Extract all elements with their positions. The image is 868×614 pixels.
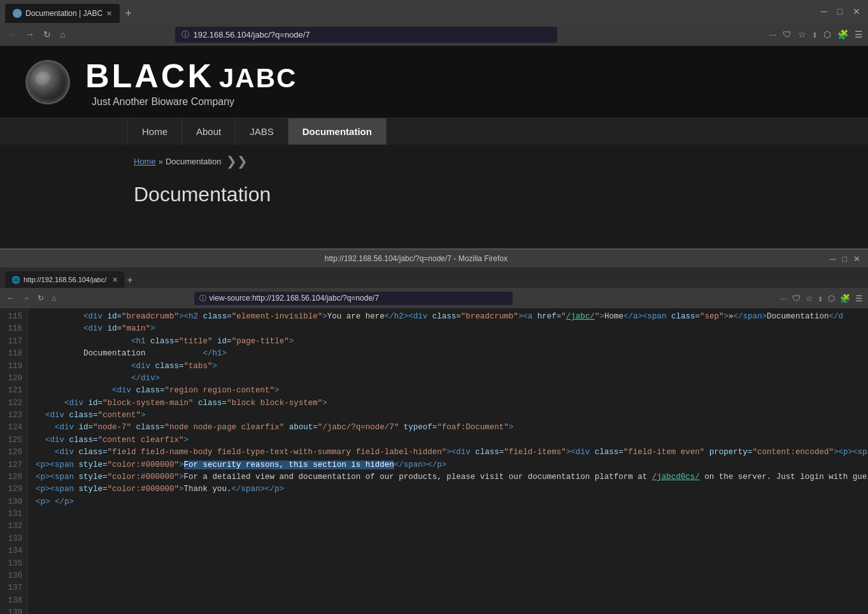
breadcrumb-separator: » xyxy=(159,157,163,166)
forward-button[interactable]: → xyxy=(23,29,37,39)
tab-favicon: 🌐 xyxy=(13,9,22,18)
site-content: BLACK JABC Just Another Bioware Company … xyxy=(0,46,868,219)
library-icon[interactable]: ⫾ xyxy=(813,29,817,39)
browser-toolbar: ··· 🛡 ☆ ⫾ ⬡ 🧩 ☰ xyxy=(769,29,863,39)
nav-documentation[interactable]: Documentation xyxy=(288,118,387,145)
nav-about[interactable]: About xyxy=(182,118,236,145)
shield-icon[interactable]: 🛡 xyxy=(783,29,792,39)
brand-tagline: Just Another Bioware Company xyxy=(92,96,297,108)
address-bar[interactable]: ⓘ 192.168.56.104/jabc/?q=node/7 xyxy=(175,27,557,43)
security-icon: ⓘ xyxy=(181,29,189,40)
window-controls: ─ □ ✕ xyxy=(818,6,863,17)
brand-jabc-text: JABC xyxy=(219,63,297,94)
page-title-area: Documentation xyxy=(0,178,868,219)
sync-icon[interactable]: ⬡ xyxy=(823,29,831,39)
nav-jabs[interactable]: JABS xyxy=(236,118,288,145)
breadcrumb-home-link[interactable]: Home xyxy=(134,157,156,166)
url-text: 192.168.56.104/jabc/?q=node/7 xyxy=(193,30,309,39)
active-tab[interactable]: 🌐 Documentation | JABC ✕ xyxy=(5,4,120,23)
page-title: Documentation xyxy=(134,183,734,206)
star-icon[interactable]: ☆ xyxy=(798,29,806,39)
brand-black-text: BLACK xyxy=(85,57,214,95)
maximize-button[interactable]: □ xyxy=(835,6,845,17)
menu-icon[interactable]: ☰ xyxy=(855,29,863,39)
site-brand: BLACK JABC Just Another Bioware Company xyxy=(85,57,297,108)
minimize-button[interactable]: ─ xyxy=(818,6,830,17)
back-button[interactable]: ← xyxy=(5,29,19,39)
home-button[interactable]: ⌂ xyxy=(57,29,68,39)
reload-button[interactable]: ↻ xyxy=(41,29,53,39)
breadcrumb: Home » Documentation ❯❯ xyxy=(0,145,868,178)
extensions-icon[interactable]: 🧩 xyxy=(837,29,848,39)
tab-close-button[interactable]: ✕ xyxy=(106,10,112,18)
breadcrumb-current: Documentation xyxy=(166,157,221,166)
breadcrumb-decoration: ❯❯ xyxy=(226,154,248,169)
close-button[interactable]: ✕ xyxy=(850,6,863,17)
bookmarks-icon[interactable]: ··· xyxy=(769,29,776,39)
nav-home[interactable]: Home xyxy=(127,118,182,145)
site-navigation: Home About JABS Documentation xyxy=(0,118,868,145)
site-logo xyxy=(25,60,70,104)
site-header: BLACK JABC Just Another Bioware Company xyxy=(0,46,868,118)
tab-title: Documentation | JABC xyxy=(25,9,103,18)
new-tab-button[interactable]: + xyxy=(120,7,137,20)
